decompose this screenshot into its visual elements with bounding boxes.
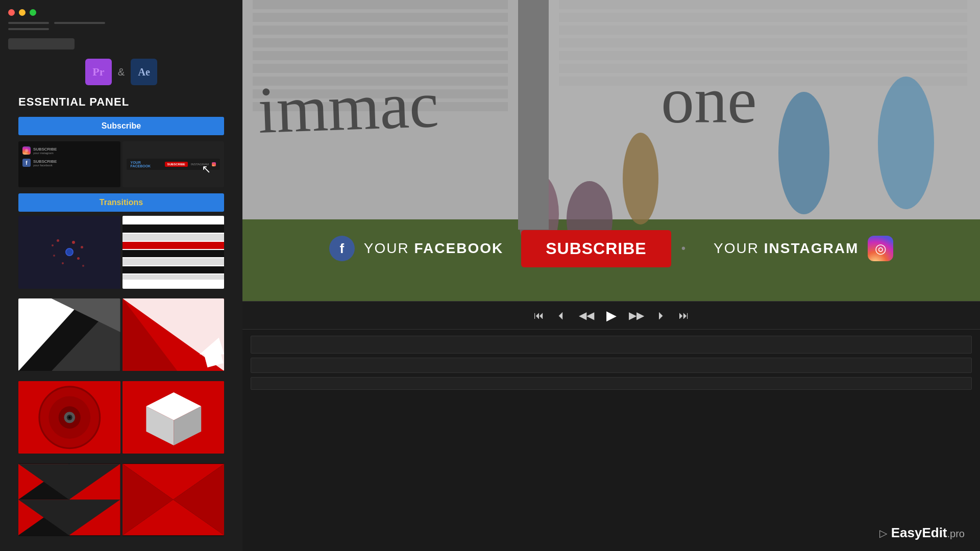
- subscribe-card-icons[interactable]: ◎ SUBSCRIBE your instagram f SUBSCRIBE y…: [18, 141, 120, 187]
- timeline-track-3[interactable]: [251, 377, 972, 390]
- subscribe-cards: ◎ SUBSCRIBE your instagram f SUBSCRIBE y…: [18, 141, 224, 187]
- easy-edit-text: EasyEdit.pro: [891, 525, 965, 541]
- stripe: [122, 234, 225, 241]
- transition-svg-5: [18, 381, 120, 454]
- facebook-icon: f: [22, 159, 31, 167]
- close-button[interactable]: [8, 9, 15, 16]
- svg-point-57: [623, 133, 658, 224]
- panel-title: ESSENTIAL PANEL: [0, 91, 242, 113]
- rewind-button[interactable]: ◀◀: [579, 309, 594, 321]
- subscribe-section-header[interactable]: Subscribe: [18, 117, 224, 135]
- overlay-facebook-icon: f: [329, 236, 355, 261]
- dot: [72, 241, 75, 244]
- stripe: [122, 242, 225, 249]
- svg-rect-37: [253, 13, 508, 22]
- transition-item-3[interactable]: [18, 298, 120, 371]
- ampersand: &: [118, 66, 125, 78]
- svg-rect-45: [559, 0, 967, 9]
- easy-edit-play-icon: ▷: [879, 527, 887, 539]
- overlay-instagram-icon: ◎: [868, 236, 893, 261]
- timeline-track-1[interactable]: [251, 336, 972, 354]
- transition-svg-4: [122, 298, 225, 371]
- easy-edit-branding: ▷ EasyEdit.pro: [879, 525, 965, 541]
- svg-point-15: [68, 416, 70, 418]
- dots-pattern: [49, 237, 90, 267]
- transition-item-4[interactable]: [122, 298, 225, 371]
- left-panel: Pr & Ae ESSENTIAL PANEL Subscribe ◎ SUBS…: [0, 0, 242, 551]
- transitions-grid: [18, 216, 224, 544]
- subscribe-subtext-2: your facebook: [33, 164, 57, 167]
- subscribe-subtext-1: your instagram: [33, 152, 57, 155]
- dot: [53, 255, 55, 257]
- subscribe-row-instagram: ◎ SUBSCRIBE your instagram: [22, 146, 116, 155]
- subscribe-row-facebook: f SUBSCRIBE your facebook: [22, 159, 116, 167]
- after-effects-icon: Ae: [131, 59, 157, 85]
- overlay-instagram-text: YOUR INSTAGRAM: [714, 240, 859, 257]
- dot: [57, 239, 59, 242]
- stripe: [122, 250, 225, 257]
- center-dot: [65, 248, 74, 256]
- transition-item-5[interactable]: [18, 381, 120, 454]
- subscribe-label-2: SUBSCRIBE: [33, 159, 57, 164]
- transition-item-7[interactable]: [18, 463, 120, 536]
- svg-rect-38: [253, 26, 508, 35]
- transition-item-8[interactable]: [122, 463, 225, 536]
- svg-rect-49: [559, 51, 967, 60]
- video-overlay: f YOUR FACEBOOK SUBSCRIBE • YOUR INSTAGR…: [242, 227, 980, 270]
- menu-bar-2: [0, 26, 242, 32]
- timeline-track-2[interactable]: [251, 358, 972, 373]
- fast-forward-button[interactable]: ▶▶: [629, 309, 644, 321]
- svg-point-58: [778, 92, 829, 214]
- play-button[interactable]: ▶: [606, 308, 617, 323]
- search-bar[interactable]: [8, 38, 75, 49]
- svg-rect-39: [253, 38, 508, 47]
- transition-svg-3: [18, 298, 120, 371]
- overlay-subscribe-button[interactable]: SUBSCRIBE: [521, 230, 671, 267]
- dot: [77, 257, 80, 260]
- preview-subscribe-button: SUBSCRIBE: [165, 162, 188, 167]
- svg-text:one: one: [661, 63, 757, 137]
- step-back-button[interactable]: ⏴: [556, 310, 567, 321]
- svg-rect-50: [559, 64, 967, 73]
- svg-rect-46: [559, 13, 967, 22]
- premiere-icon: Pr: [85, 59, 112, 85]
- go-to-start-button[interactable]: ⏮: [534, 310, 544, 321]
- dot: [82, 265, 84, 267]
- menu-item: [54, 22, 105, 24]
- dot: [81, 246, 83, 248]
- subscribe-label-1: SUBSCRIBE: [33, 147, 57, 152]
- stripe: [122, 266, 225, 273]
- stripe: [122, 258, 225, 265]
- app-icons: Pr & Ae: [0, 53, 242, 91]
- timeline-area: ▷ EasyEdit.pro: [242, 329, 980, 551]
- svg-rect-47: [559, 26, 967, 35]
- subscribe-card-preview[interactable]: YOUR FACEBOOK SUBSCRIBE INSTAGRAM ↖: [122, 141, 225, 187]
- overlay-dot-separator: •: [671, 241, 696, 256]
- right-area: immac one f YOUR FAC: [242, 0, 980, 551]
- video-preview: immac one f YOUR FAC: [242, 0, 980, 301]
- cursor-icon: ↖: [202, 163, 214, 177]
- transition-svg-6: [122, 381, 225, 454]
- svg-rect-36: [253, 0, 508, 9]
- overlay-instagram-section: YOUR INSTAGRAM ◎: [696, 227, 911, 270]
- dot: [52, 244, 54, 246]
- menu-item: [8, 22, 49, 24]
- minimize-button[interactable]: [19, 9, 26, 16]
- instagram-icon: ◎: [22, 146, 31, 155]
- go-to-end-button[interactable]: ⏭: [679, 310, 689, 321]
- playback-bar: ⏮ ⏴ ◀◀ ▶ ▶▶ ⏵ ⏭: [242, 301, 980, 329]
- transitions-section-header[interactable]: Transitions: [18, 193, 224, 212]
- transition-svg-8: [122, 463, 225, 536]
- title-bar: [0, 5, 242, 20]
- transition-item-6[interactable]: [122, 381, 225, 454]
- overlay-facebook-text: YOUR FACEBOOK: [364, 240, 503, 257]
- stripe: [122, 224, 225, 233]
- svg-rect-40: [253, 51, 508, 60]
- menu-item: [8, 28, 49, 30]
- overlay-facebook-section: f YOUR FACEBOOK: [311, 227, 521, 270]
- transition-item-2[interactable]: [122, 216, 225, 289]
- step-forward-button[interactable]: ⏵: [656, 310, 667, 321]
- svg-text:immac: immac: [257, 67, 440, 147]
- transition-item-1[interactable]: [18, 216, 120, 289]
- maximize-button[interactable]: [30, 9, 36, 16]
